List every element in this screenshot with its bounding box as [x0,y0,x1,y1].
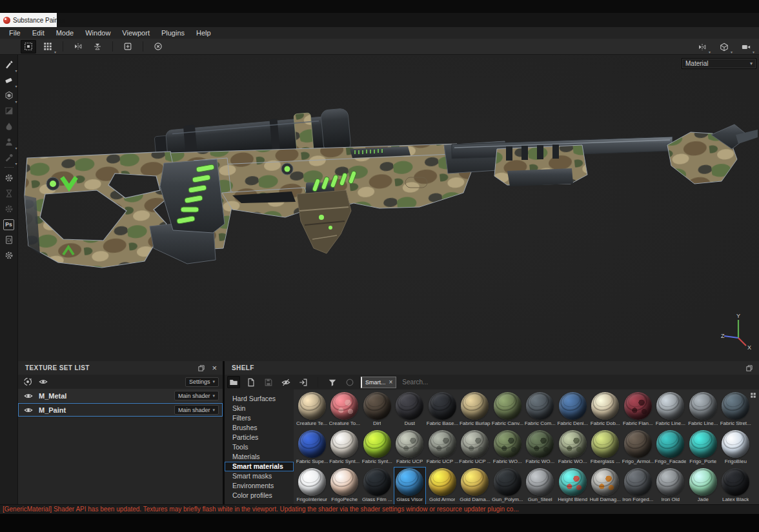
save-resources-button[interactable] [262,376,275,388]
shader-assign-dropdown[interactable]: Main shader▾ [174,405,219,415]
menu-mode[interactable]: Mode [50,27,80,39]
shelf-header[interactable]: SHELF [225,361,759,375]
material-picker-tool-icon[interactable]: ▾ [1,150,17,165]
material-thumbnail[interactable]: FrigoPeche [329,467,361,505]
material-thumbnail[interactable]: Glass Film ... [361,467,394,505]
visibility-eye-icon[interactable] [24,406,33,415]
hide-resources-button[interactable] [279,376,292,388]
thumbnail-size-icon[interactable] [750,392,756,399]
material-thumbnail[interactable]: Fabric WO... [491,429,524,467]
menu-plugins[interactable]: Plugins [156,27,190,39]
material-thumbnail[interactable]: Fabric Synt... [329,429,361,467]
axis-gizmo[interactable]: Y Z X [719,312,755,351]
viewport-3d[interactable]: Material ▾ Y Z X [18,55,759,361]
material-thumbnail[interactable]: Frigo_Porte [687,429,720,467]
smudge-tool-icon[interactable] [1,119,17,134]
projection-tool-icon[interactable]: ▾ [1,88,17,103]
menu-window[interactable]: Window [79,27,116,39]
titlebar[interactable]: Substance Painter [0,13,759,27]
material-thumbnail[interactable]: Fabric Line... [654,391,687,429]
history-hourglass-icon[interactable] [1,186,17,201]
eraser-tool-icon[interactable]: ▾ [1,72,17,88]
texture-set-list-header[interactable]: TEXTURE SET LIST × [18,361,223,375]
material-thumbnail[interactable]: Glass Visor [394,467,427,505]
material-thumbnail[interactable]: Fabric Canv... [491,391,524,429]
menu-viewport[interactable]: Viewport [116,27,156,39]
texture-set-row[interactable]: M_MetalMain shader▾ [18,389,223,403]
shelf-category-color-profiles[interactable]: Color profiles [225,491,294,500]
material-thumbnail[interactable]: Fabric Line... [687,391,720,429]
material-thumbnail[interactable]: Hull Damag... [589,467,622,505]
resource-updater-icon[interactable] [1,232,17,248]
material-thumbnail[interactable]: Height Blend [556,467,589,505]
polygon-fill-tool-icon[interactable] [1,103,17,119]
shelf-category-smart-materials[interactable]: Smart materials [225,462,294,471]
paint-tool-icon[interactable]: ▾ [1,57,17,72]
material-thumbnail[interactable]: Latex Black [720,467,753,505]
material-thumbnail[interactable]: Fabric Burlap [459,391,492,429]
material-thumbnail[interactable]: Fabric UCP ... [426,429,459,467]
substance-small-icon[interactable] [1,201,17,217]
settings-dropdown[interactable]: Settings ▾ [185,377,219,387]
menu-help[interactable]: Help [190,27,217,39]
mirror-horizontal-icon[interactable] [70,40,86,54]
plugin-gear-icon[interactable] [1,248,17,263]
search-input[interactable] [401,378,487,386]
float-panel-icon[interactable] [197,364,205,372]
app-title-tab[interactable]: Substance Painter [0,13,57,27]
material-thumbnail[interactable]: Dust [394,391,427,429]
close-panel-icon[interactable]: × [212,364,217,372]
camera-icon[interactable]: ▾ [738,40,754,54]
material-thumbnail[interactable]: FrigoInterieur [296,467,329,505]
material-thumbnail[interactable]: Fabric Deni... [556,391,589,429]
import-resources-button[interactable] [297,376,310,388]
menu-file[interactable]: File [3,27,26,39]
substance-effect-icon[interactable] [1,170,17,186]
shelf-category-hard-surfaces[interactable]: Hard Surfaces [225,394,294,404]
material-thumbnail[interactable]: Fabric Synt... [361,429,394,467]
marquee-select-icon[interactable] [21,40,36,54]
material-thumbnail[interactable]: Gun_Steel [524,467,557,505]
mirror-vertical-icon[interactable] [90,40,105,54]
material-thumbnail[interactable]: Fiberglass ... [589,429,622,467]
shader-mode-dropdown[interactable]: Material ▾ [682,58,756,69]
texture-set-row[interactable]: M_PaintMain shader▾ [18,403,223,417]
photoshop-icon[interactable]: Ps [1,217,17,232]
material-thumbnail[interactable]: Frigo_Facade [654,429,687,467]
visibility-eye-icon[interactable] [24,391,33,400]
material-thumbnail[interactable]: Jade [687,467,720,505]
material-thumbnail[interactable]: Fabric Dob... [589,391,622,429]
shelf-category-environments[interactable]: Environments [225,481,294,491]
new-resource-button[interactable] [245,376,258,388]
shelf-category-skin[interactable]: Skin [225,404,294,413]
material-thumbnail[interactable]: Gold Armor [426,467,459,505]
shelf-category-filters[interactable]: Filters [225,413,294,423]
material-thumbnail[interactable]: FrigoBleu [720,429,753,467]
shelf-folder-button[interactable] [227,376,240,388]
material-thumbnail[interactable]: Creature To... [329,391,361,429]
material-thumbnail[interactable]: Fabric Supe... [296,429,329,467]
material-thumbnail[interactable]: Fabric Base... [426,391,459,429]
sync-visibility-icon[interactable] [23,377,32,386]
material-thumbnail[interactable]: Gold Dama... [459,467,492,505]
remove-filter-icon[interactable]: × [389,378,393,386]
material-thumbnail[interactable]: Fabric UCP [394,429,427,467]
material-thumbnail[interactable]: Creature Te... [296,391,329,429]
material-thumbnail[interactable]: Gun_Polym... [491,467,524,505]
grid-layout-icon[interactable]: ▾ [40,40,56,54]
add-frame-icon[interactable] [120,40,136,54]
filter-button[interactable] [326,376,339,388]
shader-assign-dropdown[interactable]: Main shader▾ [174,391,219,400]
symmetry-icon[interactable]: ▾ [694,40,710,54]
shelf-category-brushes[interactable]: Brushes [225,423,294,433]
clone-tool-icon[interactable]: ▾ [1,134,17,150]
material-thumbnail[interactable]: Fabric Stret... [720,391,753,429]
perspective-cube-icon[interactable]: ▾ [716,40,732,54]
material-thumbnail[interactable]: Fabric WO... [556,429,589,467]
material-thumbnail[interactable]: Fabric Com... [524,391,557,429]
float-panel-icon[interactable] [745,364,753,372]
pending-filter-button[interactable] [343,376,356,388]
reset-rotation-icon[interactable] [150,40,166,54]
shelf-category-smart-masks[interactable]: Smart masks [225,471,294,481]
shelf-category-particles[interactable]: Particles [225,433,294,442]
